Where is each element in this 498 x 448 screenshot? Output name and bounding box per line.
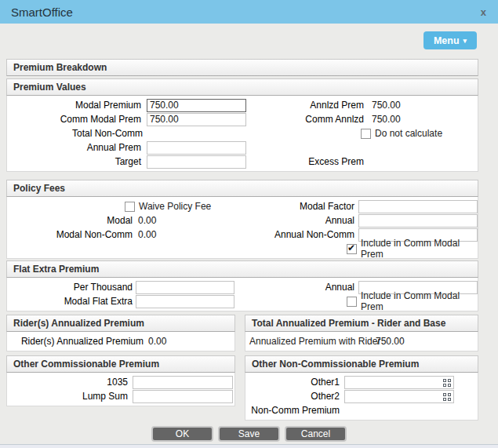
pf-modal-non-comm-label: Modal Non-Comm [7,229,133,240]
modal-premium-label: Modal Premium [7,100,141,111]
per-thousand-input[interactable] [136,281,234,294]
other1-label: Other1 [245,377,340,388]
modal-factor-label: Modal Factor [246,201,354,212]
other1-lookup-grid-icon[interactable] [443,379,451,387]
cancel-button[interactable]: Cancel [285,426,347,442]
annlzd-prem-label: Annlzd Prem [246,100,364,111]
waive-policy-fee-label: Waive Policy Fee [139,201,211,212]
lump-sum-label: Lump Sum [7,391,128,402]
annual-non-comm-label: Annual Non-Comm [246,229,354,240]
do-not-calculate-checkbox[interactable] [361,129,371,139]
comm-annlzd-label: Comm Annlzd [246,114,364,125]
window-title: SmartOffice [11,5,477,19]
section-premium-breakdown: Premium Breakdown [6,59,478,76]
other2-input[interactable] [344,390,454,403]
close-icon[interactable]: x [477,5,490,20]
per-thousand-label: Per Thousand [7,282,133,293]
section-premium-values: Premium Values [6,78,478,96]
flat-extra-panel: Per Thousand Modal Flat Extra Annual Inc… [6,278,478,311]
riders-annualized-premium-value: 0.00 [148,336,166,347]
footer-buttons: OK Save Cancel [0,426,498,442]
ok-button[interactable]: OK [151,426,213,442]
policy-fees-panel: Waive Policy Fee Modal 0.00 Modal Non-Co… [6,197,478,259]
other1-input[interactable] [344,376,454,389]
premium-values-panel: Modal Premium Comm Modal Prem Total Non-… [6,96,478,172]
fe-include-comm-modal-checkbox[interactable] [347,297,357,307]
fe-include-comm-modal-label: Include in Comm Modal Prem [361,290,478,312]
other2-lookup-grid-icon[interactable] [443,393,451,401]
pf-modal-value: 0.00 [138,215,156,226]
pf-modal-label: Modal [7,215,133,226]
bottom-strip [0,444,498,448]
section-policy-fees: Policy Fees [6,180,478,197]
do-not-calculate-label: Do not calculate [375,128,442,139]
section-riders-annualized: Rider(s) Annualized Premium [6,315,235,332]
section-other-commissionable: Other Commissionable Premium [6,355,235,373]
modal-factor-input[interactable] [358,200,478,213]
section-other-non-commissionable: Other Non-Commissionable Premium [245,355,478,373]
modal-flat-extra-input[interactable] [136,295,234,308]
target-input[interactable] [147,155,246,169]
comm-modal-prem-input[interactable] [147,113,246,126]
section-total-annualized: Total Annualized Premium - Rider and Bas… [245,315,478,332]
field-1035-input[interactable] [133,376,233,389]
modal-premium-input[interactable] [147,99,246,112]
titlebar: SmartOffice x [0,0,498,24]
total-non-comm-label: Total Non-Comm [7,128,143,139]
pf-include-comm-modal-label: Include in Comm Modal Prem [361,238,478,260]
menu-button[interactable]: Menu ▾ [423,31,477,49]
non-comm-premium-label: Non-Comm Premium [245,405,340,416]
pf-annual-label: Annual [246,215,354,226]
pf-annual-input[interactable] [358,214,478,228]
annual-prem-input[interactable] [147,141,246,155]
comm-annlzd-value: 750.00 [372,114,401,125]
pf-modal-non-comm-value: 0.00 [138,229,156,240]
annualized-premium-with-rider-value: 750.00 [376,336,405,347]
annual-prem-label: Annual Prem [7,142,141,153]
excess-prem-label: Excess Prem [246,156,364,167]
field-1035-label: 1035 [7,377,128,388]
fe-annual-label: Annual [246,282,354,293]
comm-modal-prem-label: Comm Modal Prem [7,114,141,125]
annualized-premium-with-rider-label: Annualized Premium with Rider [245,336,373,347]
save-button[interactable]: Save [218,426,280,442]
section-flat-extra-premium: Flat Extra Premium [6,260,478,278]
menu-button-label: Menu [434,35,460,46]
lump-sum-input[interactable] [133,390,233,403]
target-label: Target [7,156,141,167]
pf-include-comm-modal-checkbox[interactable] [347,244,357,254]
other2-label: Other2 [245,391,340,402]
modal-flat-extra-label: Modal Flat Extra [7,296,133,307]
dialog-content: Premium Breakdown Premium Values Modal P… [6,59,478,421]
riders-annualized-premium-label: Rider(s) Annualized Premium [7,336,144,347]
annlzd-prem-value: 750.00 [372,100,401,111]
waive-policy-fee-checkbox[interactable] [125,202,135,212]
chevron-down-icon: ▾ [463,37,467,45]
